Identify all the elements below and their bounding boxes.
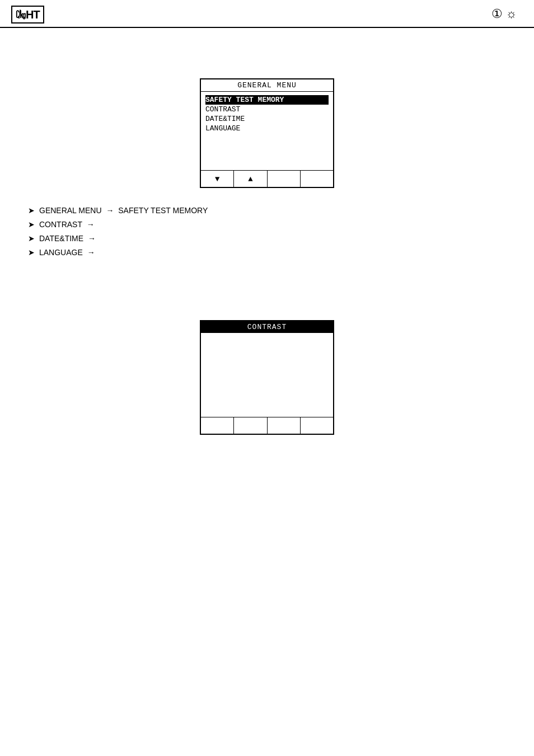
general-menu-container: GENERAL MENU SAFETY TEST MEMORY CONTRAST…	[22, 78, 512, 188]
bullet-text-0: GENERAL MENU → SAFETY TEST MEMORY	[39, 205, 208, 217]
contrast-footer	[201, 417, 333, 434]
contrast-screen-container: CONTRAST	[22, 320, 512, 435]
bullet-arrow-0: ➤	[28, 205, 35, 217]
menu-item-0[interactable]: SAFETY TEST MEMORY	[205, 95, 329, 105]
btn-3[interactable]	[268, 171, 301, 187]
main-content: GENERAL MENU SAFETY TEST MEMORY CONTRAST…	[0, 28, 534, 463]
logo-text: HT	[26, 8, 40, 21]
bullet-text-2: DATE&TIME →	[39, 233, 98, 245]
header: ㏆ HT	[0, 0, 534, 28]
general-menu-body: SAFETY TEST MEMORY CONTRAST DATE&TIME LA…	[201, 92, 333, 170]
logo-wave: ㏆	[16, 8, 25, 21]
bullet-item-2: ➤ DATE&TIME →	[22, 233, 512, 245]
logo-box: ㏆ HT	[11, 6, 44, 24]
arrow-inline-3: →	[87, 247, 95, 259]
bullet-item-3: ➤ LANGUAGE →	[22, 247, 512, 259]
bullet-arrow-1: ➤	[28, 219, 35, 231]
btn-4[interactable]	[301, 171, 333, 187]
menu-item-2[interactable]: DATE&TIME	[205, 114, 329, 124]
general-menu-footer: ▼ ▲	[201, 170, 333, 187]
settings-icon: ☼	[506, 7, 517, 21]
bullet-arrow-2: ➤	[28, 233, 35, 245]
bullet-section: ➤ GENERAL MENU → SAFETY TEST MEMORY ➤ CO…	[22, 205, 512, 259]
bullet-arrow-3: ➤	[28, 247, 35, 259]
btn-down[interactable]: ▼	[201, 171, 234, 187]
general-menu-title: GENERAL MENU	[201, 79, 333, 92]
contrast-btn-4[interactable]	[301, 417, 333, 434]
btn-up[interactable]: ▲	[234, 171, 267, 187]
arrow-inline-2: →	[88, 233, 96, 245]
arrow-inline-1: →	[87, 219, 95, 231]
bullet-item-0: ➤ GENERAL MENU → SAFETY TEST MEMORY	[22, 205, 512, 217]
info-icon: ①	[491, 7, 503, 21]
menu-item-3[interactable]: LANGUAGE	[205, 124, 329, 133]
arrow-inline-0: →	[106, 205, 114, 217]
bullet-text-3: LANGUAGE →	[39, 247, 97, 259]
contrast-body	[201, 333, 333, 417]
bullet-text-1: CONTRAST →	[39, 219, 97, 231]
logo: ㏆ HT	[11, 6, 44, 24]
general-menu-screen: GENERAL MENU SAFETY TEST MEMORY CONTRAST…	[200, 78, 334, 188]
top-icons: ① ☼	[491, 7, 517, 21]
contrast-screen: CONTRAST	[200, 320, 334, 435]
contrast-title: CONTRAST	[201, 321, 333, 333]
menu-item-1[interactable]: CONTRAST	[205, 105, 329, 114]
contrast-btn-3[interactable]	[268, 417, 301, 434]
contrast-btn-2[interactable]	[234, 417, 267, 434]
contrast-btn-1[interactable]	[201, 417, 234, 434]
bullet-item-1: ➤ CONTRAST →	[22, 219, 512, 231]
